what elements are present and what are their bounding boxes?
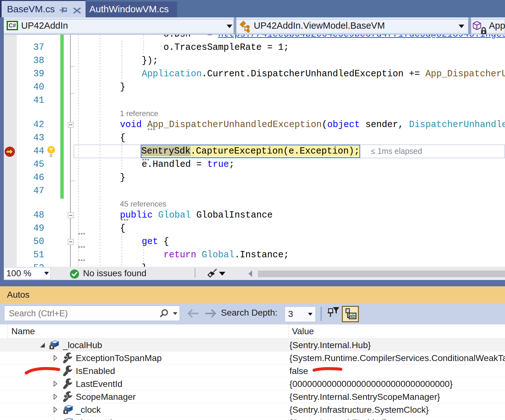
svg-text:ab: ab — [349, 313, 355, 319]
